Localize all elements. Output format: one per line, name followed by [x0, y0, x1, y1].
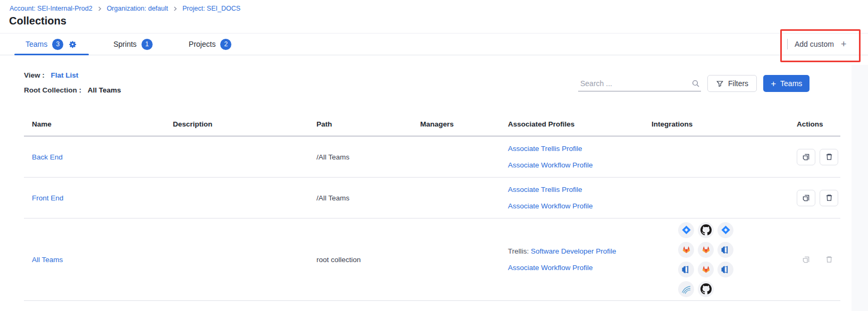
associate-workflow-profile-link[interactable]: Associate Workflow Profile [508, 161, 593, 169]
view-label: View : [24, 71, 45, 79]
table-row: Back End /All Teams Associate Trellis Pr… [24, 137, 840, 178]
delete-button-disabled [820, 251, 838, 268]
table-row: All Teams root collection Trellis: Softw… [24, 218, 840, 301]
integration-gitlab-icon [698, 262, 714, 278]
gear-icon[interactable] [68, 40, 77, 49]
trash-icon [825, 194, 833, 202]
search-icon [691, 79, 700, 88]
trellis-profile-link[interactable]: Software Developer Profile [531, 247, 616, 255]
plus-icon: + [841, 39, 847, 49]
divider [787, 39, 788, 49]
tab-projects-label: Projects [189, 40, 216, 48]
path-cell: /All Teams [316, 153, 349, 161]
filters-button[interactable]: Filters [707, 75, 757, 92]
trash-icon [825, 153, 833, 161]
table-toolbar: Filters + Teams [578, 75, 809, 92]
breadcrumb-project-link[interactable]: Project: SEI_DOCS [182, 5, 240, 12]
column-header-name: Name [24, 120, 173, 128]
copy-icon [802, 255, 811, 264]
integration-github-icon [698, 281, 714, 297]
path-cell: root collection [316, 256, 361, 264]
copy-icon [802, 194, 811, 203]
add-custom-button[interactable]: Add custom + [787, 33, 846, 55]
column-header-integrations: Integrations [652, 120, 797, 128]
breadcrumb-account-link[interactable]: Account: SEI-Internal-Prod2 [10, 5, 93, 12]
add-teams-button-label: Teams [780, 79, 802, 88]
copy-button[interactable] [797, 149, 815, 165]
copy-button[interactable] [797, 190, 815, 206]
integration-azure-devops-icon [678, 262, 694, 278]
tab-bar: Teams 3 Sprints 1 Projects 2 [0, 33, 868, 55]
root-collection-label: Root Collection : [24, 86, 81, 94]
chevron-right-icon [97, 6, 102, 11]
filters-button-label: Filters [728, 79, 748, 88]
sprints-count-badge: 1 [141, 39, 153, 50]
tab-sprints-label: Sprints [113, 40, 137, 48]
column-header-path: Path [316, 120, 420, 128]
breadcrumb-organization-link[interactable]: Organization: default [107, 5, 168, 12]
tab-teams-label: Teams [26, 40, 47, 48]
integration-github-icon [698, 222, 714, 238]
integration-azure-devops-icon [717, 242, 733, 258]
add-teams-button[interactable]: + Teams [763, 75, 809, 92]
view-settings: View : Flat List Root Collection : All T… [24, 71, 121, 94]
root-collection-value: All Teams [88, 86, 121, 94]
chevron-right-icon [173, 6, 178, 11]
tab-teams[interactable]: Teams 3 [26, 39, 77, 50]
projects-count-badge: 2 [220, 39, 231, 50]
active-tab-underline [14, 54, 89, 55]
page-right-gutter [852, 65, 868, 311]
breadcrumb: Account: SEI-Internal-Prod2 Organization… [10, 5, 240, 12]
associate-trellis-profile-link[interactable]: Associate Trellis Profile [508, 145, 582, 153]
search-input[interactable] [579, 79, 691, 88]
view-flat-list-link[interactable]: Flat List [51, 71, 79, 79]
integration-gitlab-icon [698, 242, 714, 258]
collections-table: Name Description Path Managers Associate… [24, 112, 840, 301]
collection-name-link[interactable]: All Teams [32, 256, 63, 264]
integrations-cell [678, 222, 733, 297]
page-title: Collections [9, 15, 66, 27]
integration-sonarqube-icon [678, 281, 694, 297]
integration-jira-icon [678, 222, 694, 238]
column-header-actions: Actions [797, 120, 840, 128]
column-header-associated-profiles: Associated Profiles [508, 120, 652, 128]
search-box [578, 76, 701, 91]
path-cell: /All Teams [316, 194, 349, 202]
teams-count-badge: 3 [52, 39, 63, 50]
associate-trellis-profile-link[interactable]: Associate Trellis Profile [508, 186, 582, 194]
table-row: Front End /All Teams Associate Trellis P… [24, 178, 840, 218]
tab-projects[interactable]: Projects 2 [189, 39, 232, 50]
add-custom-label: Add custom [795, 40, 834, 48]
integration-jira-icon [717, 222, 733, 238]
trash-icon [825, 255, 833, 264]
column-header-managers: Managers [420, 120, 508, 128]
associate-workflow-profile-link[interactable]: Associate Workflow Profile [508, 202, 593, 210]
funnel-icon [716, 80, 724, 88]
integration-azure-devops-icon [717, 262, 733, 278]
delete-button[interactable] [820, 149, 838, 165]
copy-icon [802, 153, 811, 162]
tab-sprints[interactable]: Sprints 1 [113, 39, 153, 50]
associate-workflow-profile-link[interactable]: Associate Workflow Profile [508, 264, 593, 272]
integration-gitlab-icon [678, 242, 694, 258]
collection-name-link[interactable]: Back End [32, 153, 63, 161]
table-header-row: Name Description Path Managers Associate… [24, 112, 840, 137]
column-header-description: Description [173, 120, 316, 128]
trellis-prefix-label: Trellis: [508, 247, 529, 255]
collection-name-link[interactable]: Front End [32, 194, 63, 202]
plus-icon: + [771, 79, 776, 88]
delete-button[interactable] [820, 190, 838, 206]
copy-button-disabled [797, 251, 815, 268]
